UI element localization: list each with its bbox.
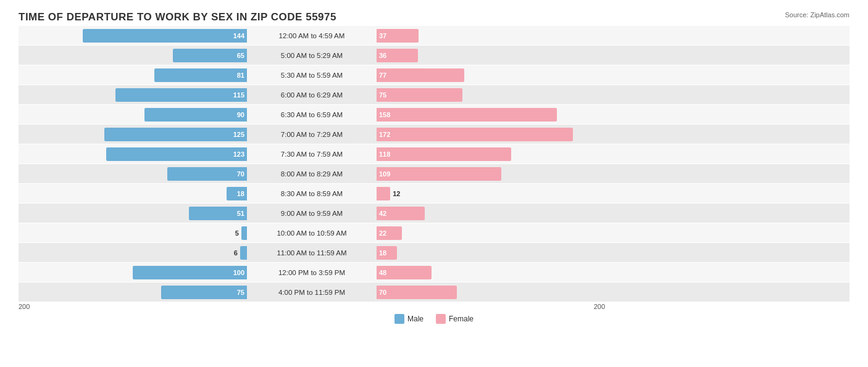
male-bar: 144 — [83, 29, 247, 43]
legend-male: Male — [394, 314, 424, 324]
left-bar-container: 90 — [19, 105, 247, 124]
female-bar: 48 — [377, 266, 432, 279]
table-row: 14412:00 AM to 4:59 AM37 — [19, 26, 849, 45]
right-bar-container: 48 — [377, 263, 605, 282]
time-label: 8:30 AM to 8:59 AM — [247, 190, 377, 197]
female-value: 37 — [379, 32, 386, 39]
male-bar: 65 — [173, 49, 247, 62]
male-value: 70 — [237, 170, 244, 178]
male-value: 75 — [237, 289, 244, 296]
male-bar: 75 — [161, 286, 247, 299]
right-bar-container: 77 — [377, 65, 605, 85]
male-bar: 115 — [115, 88, 247, 102]
time-label: 6:00 AM to 6:29 AM — [247, 91, 377, 99]
time-label: 7:00 AM to 7:29 AM — [247, 131, 377, 138]
right-bar-container: 37 — [377, 26, 605, 45]
legend-female: Female — [436, 314, 474, 324]
female-value: 18 — [379, 249, 386, 257]
female-value: 12 — [393, 190, 400, 197]
chart-title: TIME OF DEPARTURE TO WORK BY SEX IN ZIP … — [19, 11, 849, 23]
table-row: 519:00 AM to 9:59 AM42 — [19, 204, 849, 223]
table-row: 1257:00 AM to 7:29 AM172 — [19, 125, 849, 144]
table-row: 611:00 AM to 11:59 AM18 — [19, 243, 849, 262]
axis-row: 200 200 — [19, 303, 849, 310]
right-bar-container: 118 — [377, 144, 605, 163]
female-value: 75 — [379, 91, 386, 99]
male-value: 6 — [234, 249, 238, 257]
time-label: 4:00 PM to 11:59 PM — [247, 289, 377, 296]
legend-male-box — [394, 314, 404, 324]
table-row: 708:00 AM to 8:29 AM109 — [19, 164, 849, 183]
chart-container: TIME OF DEPARTURE TO WORK BY SEX IN ZIP … — [0, 0, 868, 367]
female-bar: 42 — [377, 207, 425, 220]
source-label: Source: ZipAtlas.com — [785, 11, 849, 19]
right-bar-container: 70 — [377, 282, 605, 302]
left-bar-container: 65 — [19, 46, 247, 65]
female-value: 109 — [379, 170, 390, 178]
male-value: 5 — [235, 229, 239, 237]
table-row: 815:30 AM to 5:59 AM77 — [19, 65, 849, 85]
left-bar-container: 6 — [19, 243, 247, 262]
male-value: 51 — [237, 210, 244, 217]
male-value: 125 — [233, 131, 244, 138]
female-bar: 36 — [377, 49, 418, 62]
female-bar: 77 — [377, 68, 464, 82]
left-bar-container: 51 — [19, 204, 247, 223]
right-bar-container: 12 — [377, 184, 605, 203]
female-value: 118 — [379, 151, 390, 158]
male-value: 81 — [237, 72, 244, 79]
table-row: 1237:30 AM to 7:59 AM118 — [19, 144, 849, 163]
left-bar-container: 125 — [19, 125, 247, 144]
male-bar: 90 — [144, 108, 248, 122]
male-value: 144 — [233, 32, 244, 39]
axis-left-label: 200 — [19, 303, 30, 310]
left-bar-container: 123 — [19, 144, 247, 163]
time-label: 7:30 AM to 7:59 AM — [247, 151, 377, 158]
left-bar-container: 5 — [19, 223, 247, 242]
time-label: 8:00 AM to 8:29 AM — [247, 170, 377, 178]
time-label: 11:00 AM to 11:59 AM — [247, 249, 377, 257]
female-bar: 118 — [377, 147, 511, 161]
right-bar-container: 109 — [377, 164, 605, 183]
time-label: 5:30 AM to 5:59 AM — [247, 72, 377, 79]
female-bar: 12 — [377, 187, 390, 200]
male-value: 123 — [233, 151, 244, 158]
table-row: 10012:00 PM to 3:59 PM48 — [19, 263, 849, 282]
male-bar: 18 — [227, 187, 247, 200]
left-bar-container: 144 — [19, 26, 247, 45]
male-bar: 51 — [189, 207, 247, 220]
left-bar-container: 100 — [19, 263, 247, 282]
male-bar: 123 — [106, 147, 247, 161]
male-bar: 70 — [167, 167, 248, 181]
female-bar: 158 — [377, 108, 557, 122]
male-value: 100 — [233, 269, 244, 276]
female-value: 172 — [379, 131, 390, 138]
time-label: 6:30 AM to 6:59 AM — [247, 111, 377, 118]
male-bar: 125 — [104, 128, 247, 141]
male-value: 115 — [233, 91, 244, 99]
right-bar-container: 42 — [377, 204, 605, 223]
female-bar: 109 — [377, 167, 501, 181]
right-bar-container: 36 — [377, 46, 605, 65]
female-bar: 75 — [377, 88, 462, 102]
left-bar-container: 75 — [19, 282, 247, 302]
chart-legend: Male Female — [19, 314, 849, 324]
table-row: 1156:00 AM to 6:29 AM75 — [19, 85, 849, 104]
table-row: 655:00 AM to 5:29 AM36 — [19, 46, 849, 65]
time-label: 9:00 AM to 9:59 AM — [247, 210, 377, 217]
female-value: 42 — [379, 210, 386, 217]
female-bar: 18 — [377, 246, 397, 260]
right-bar-container: 75 — [377, 85, 605, 104]
right-bar-container: 158 — [377, 105, 605, 124]
male-bar: 6 — [240, 246, 247, 260]
table-row: 510:00 AM to 10:59 AM22 — [19, 223, 849, 242]
female-bar: 37 — [377, 29, 419, 43]
female-value: 36 — [379, 52, 386, 59]
right-bar-container: 22 — [377, 223, 605, 242]
female-bar: 22 — [377, 226, 402, 240]
table-row: 754:00 PM to 11:59 PM70 — [19, 282, 849, 302]
male-value: 65 — [237, 52, 244, 59]
left-bar-container: 70 — [19, 164, 247, 183]
female-bar: 172 — [377, 128, 573, 141]
right-bar-container: 172 — [377, 125, 605, 144]
